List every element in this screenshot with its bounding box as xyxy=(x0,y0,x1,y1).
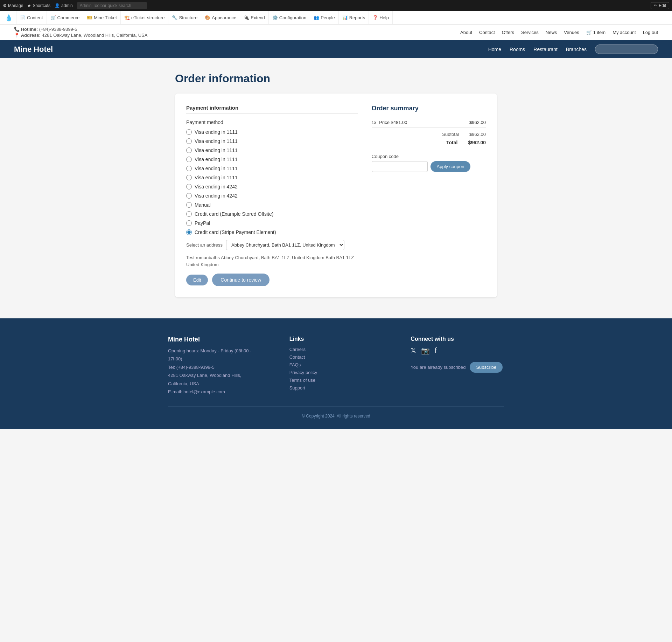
footer-tel: Tel: (+84)-9388-9399-5 xyxy=(168,363,261,371)
nav-branches[interactable]: Branches xyxy=(566,47,587,52)
nav-rooms[interactable]: Rooms xyxy=(510,47,525,52)
total-amount: $962.00 xyxy=(468,140,486,145)
footer-link-terms[interactable]: Terms of use xyxy=(289,378,315,383)
ticket-icon: 🎫 xyxy=(87,15,92,20)
pencil-icon: ✏ xyxy=(654,3,657,8)
drupal-icon: ⚙ xyxy=(3,3,7,8)
drupal-logo[interactable]: 💧 xyxy=(1,11,16,24)
toolbar-configuration[interactable]: ⚙️ Configuration xyxy=(269,11,310,24)
footer-link-careers[interactable]: Careers xyxy=(289,347,306,352)
admin-bar: ⚙ Manage ★ Shortcuts 👤 admin ✏ Edit xyxy=(0,0,672,11)
payment-radio-stripe[interactable] xyxy=(186,229,192,235)
footer-links-heading: Links xyxy=(289,336,383,342)
address-text: 📍 Address: 4281 Oakway Lane, Woodland Hi… xyxy=(14,33,147,38)
coupon-label: Coupon code xyxy=(372,154,486,159)
toolbar-reports[interactable]: 📊 Reports xyxy=(339,11,369,24)
payment-radio-paypal[interactable] xyxy=(186,220,192,226)
site-header: Mine Hotel Home Rooms Restaurant Branche… xyxy=(0,40,672,58)
payment-radio-4[interactable] xyxy=(186,157,192,162)
phone-icon: 📞 xyxy=(14,27,20,32)
payment-radio-2[interactable] xyxy=(186,138,192,144)
payment-radio-manual[interactable] xyxy=(186,202,192,208)
coupon-row: Apply coupon xyxy=(372,161,486,172)
location-icon: 📍 xyxy=(14,33,20,38)
content-icon: 📄 xyxy=(20,15,26,20)
offers-link[interactable]: Offers xyxy=(502,30,514,35)
toolbar-eticket-structure[interactable]: 🏗️ eTicket structure xyxy=(121,11,169,24)
extend-icon: 🔌 xyxy=(244,15,249,20)
cart-link[interactable]: 🛒 1 item xyxy=(586,30,606,35)
edit-button[interactable]: ✏ Edit xyxy=(651,2,669,9)
toolbar-appearance[interactable]: 🎨 Appearance xyxy=(201,11,240,24)
order-qty: 1x xyxy=(372,120,377,125)
continue-to-review-button[interactable]: Continue to review xyxy=(212,274,270,286)
payment-radio-offsite[interactable] xyxy=(186,211,192,217)
footer-link-privacy[interactable]: Privacy policy xyxy=(289,370,317,375)
instagram-icon[interactable]: 📷 xyxy=(421,346,430,355)
my-account-link[interactable]: My account xyxy=(612,30,636,35)
services-link[interactable]: Services xyxy=(521,30,539,35)
payment-option-7: Visa ending in 4242 xyxy=(186,184,358,189)
total-row: Total $962.00 xyxy=(372,138,486,147)
star-icon: ★ xyxy=(27,3,31,8)
site-logo[interactable]: Mine Hotel xyxy=(14,45,53,54)
order-price-label: Price $481.00 xyxy=(379,120,407,125)
payment-radio-5[interactable] xyxy=(186,166,192,171)
contact-link[interactable]: Contact xyxy=(479,30,495,35)
help-icon: ❓ xyxy=(372,15,378,20)
facebook-icon[interactable]: f xyxy=(435,346,437,355)
subscribe-button[interactable]: Subscribe xyxy=(470,362,503,373)
nav-home[interactable]: Home xyxy=(488,47,501,52)
toolbar-content[interactable]: 📄 Content xyxy=(16,11,47,24)
edit-button[interactable]: Edit xyxy=(186,275,208,285)
people-icon: 👥 xyxy=(314,15,319,20)
toolbar-structure[interactable]: 🔧 Structure xyxy=(168,11,201,24)
user-icon: 👤 xyxy=(55,3,60,8)
coupon-input[interactable] xyxy=(372,161,428,172)
site-topbar: 📞 Hotline: (+84)-9388-9399-5 📍 Address: … xyxy=(0,25,672,40)
reports-icon: 📊 xyxy=(342,15,348,20)
payment-radio-3[interactable] xyxy=(186,147,192,153)
payment-radio-6[interactable] xyxy=(186,175,192,180)
payment-section-heading: Payment information xyxy=(186,105,358,114)
payment-radio-1[interactable] xyxy=(186,129,192,135)
order-line-amount: $962.00 xyxy=(469,120,486,125)
nav-restaurant[interactable]: Restaurant xyxy=(533,47,557,52)
coupon-section: Coupon code Apply coupon xyxy=(372,154,486,172)
payment-radio-7[interactable] xyxy=(186,184,192,189)
payment-option-5: Visa ending in 1111 xyxy=(186,166,358,171)
admin-search-input[interactable] xyxy=(77,2,147,9)
toolbar-mine-ticket[interactable]: 🎫 Mine Ticket xyxy=(83,11,121,24)
shortcuts-button[interactable]: ★ Shortcuts xyxy=(27,3,50,8)
page-title: Order information xyxy=(175,72,497,85)
footer-connect-col: Connect with us 𝕏 📷 f You are already su… xyxy=(411,336,504,396)
payment-option-8: Visa ending in 4242 xyxy=(186,193,358,199)
toolbar-help[interactable]: ❓ Help xyxy=(369,11,393,24)
twitter-icon[interactable]: 𝕏 xyxy=(411,346,416,355)
appearance-icon: 🎨 xyxy=(205,15,210,20)
news-link[interactable]: News xyxy=(546,30,557,35)
order-summary-title: Order summary xyxy=(372,105,486,112)
site-search-input[interactable] xyxy=(595,44,658,54)
main-nav: Home Rooms Restaurant Branches xyxy=(488,44,658,54)
toolbar-people[interactable]: 👥 People xyxy=(310,11,338,24)
payment-option-2: Visa ending in 1111 xyxy=(186,138,358,144)
user-button[interactable]: 👤 admin xyxy=(55,3,73,8)
payment-radio-8[interactable] xyxy=(186,193,192,199)
toolbar-commerce[interactable]: 🛒 Commerce xyxy=(47,11,84,24)
apply-coupon-button[interactable]: Apply coupon xyxy=(430,161,471,172)
payment-method-label: Payment method xyxy=(186,119,358,125)
toolbar-extend[interactable]: 🔌 Extend xyxy=(240,11,268,24)
hotline-text: 📞 Hotline: (+84)-9388-9399-5 xyxy=(14,27,147,32)
footer-brand: Mine Hotel xyxy=(168,336,261,343)
manage-button[interactable]: ⚙ Manage xyxy=(3,3,23,8)
venues-link[interactable]: Venues xyxy=(564,30,579,35)
address-select[interactable]: Abbey Churchyard, Bath BA1 1LZ, United K… xyxy=(226,240,344,250)
footer-link-support[interactable]: Support xyxy=(289,385,306,391)
logout-link[interactable]: Log out xyxy=(643,30,658,35)
footer-link-faqs[interactable]: FAQs xyxy=(289,362,301,367)
footer-link-contact[interactable]: Contact xyxy=(289,354,305,360)
address-label: Select an address xyxy=(186,242,223,248)
footer-copyright: © Copyright 2024. All rights reserved xyxy=(168,406,504,419)
about-link[interactable]: About xyxy=(460,30,472,35)
